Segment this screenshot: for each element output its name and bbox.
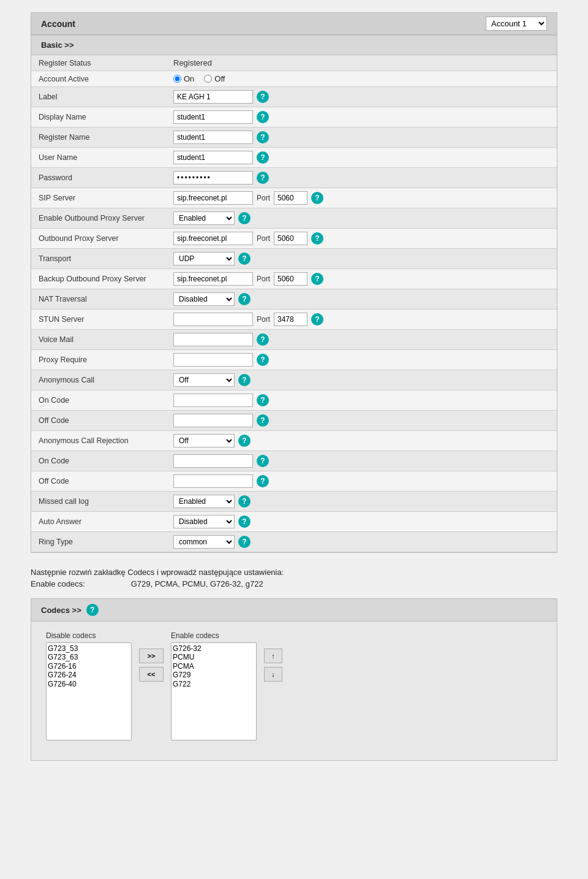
input-backup-port[interactable] [274,272,307,286]
row-auto-answer: Auto Answer Disabled Enabled ? [31,512,557,532]
value-nat-traversal: Disabled Enabled ? [173,292,549,306]
port-label-stun: Port [257,315,270,324]
input-off-code-rejection[interactable] [173,474,253,488]
input-off-code-anon[interactable] [173,414,253,427]
enable-codecs-container: Enable codecs G726-32 PCMU PCMA G729 G72… [171,631,257,740]
label-on-code-anon: On Code [31,390,166,411]
value-display-name: ? [173,110,549,124]
select-anonymous-call-rejection[interactable]: Off On [173,434,235,447]
codecs-header: Codecs >> ? [31,599,557,622]
help-icon-backup-outbound-proxy[interactable]: ? [311,273,323,285]
help-icon-user-name[interactable]: ? [257,151,269,164]
input-proxy-require[interactable] [173,353,253,367]
help-icon-stun-server[interactable]: ? [311,313,323,325]
help-icon-voice-mail[interactable]: ? [257,333,269,346]
help-icon-password[interactable]: ? [257,172,269,184]
disable-codecs-list[interactable]: G723_53 G723_63 G726-16 G726-24 G726-40 [46,642,132,740]
input-outbound-proxy[interactable] [173,232,253,245]
row-password: Password ? [31,168,557,188]
label-user-name: User Name [31,148,166,168]
codec-item[interactable]: G726-16 [48,662,130,671]
input-backup-outbound-proxy[interactable] [173,272,253,286]
select-enable-outbound-proxy[interactable]: Enabled Disabled [173,211,235,225]
value-backup-outbound-proxy: Port ? [173,272,549,286]
help-icon-register-name[interactable]: ? [257,131,269,143]
account-dropdown[interactable]: Account 1 Account 2 Account 3 [486,17,547,31]
help-icon-nat-traversal[interactable]: ? [238,293,251,305]
codec-item[interactable]: PCMA [173,662,255,671]
help-icon-anonymous-call[interactable]: ? [238,374,251,386]
codec-item[interactable]: G726-24 [48,671,130,679]
help-icon-off-code-anon[interactable]: ? [257,414,269,427]
enable-codecs-label: Enable codecs [171,631,219,640]
select-missed-call-log[interactable]: Enabled Disabled [173,495,235,508]
input-stun-port[interactable] [274,313,307,326]
input-sip-port[interactable] [274,191,307,205]
row-on-code-rejection: On Code ? [31,451,557,471]
input-stun-server[interactable] [173,313,253,326]
help-icon-off-code-rejection[interactable]: ? [257,475,269,487]
label-enable-outbound-proxy: Enable Outbound Proxy Server [31,208,166,229]
select-ring-type[interactable]: common ring1 ring2 [173,535,235,549]
move-up-button[interactable]: ↑ [264,649,282,663]
input-outbound-port[interactable] [274,232,307,245]
select-anonymous-call[interactable]: Off On [173,373,235,387]
help-icon-anonymous-call-rejection[interactable]: ? [238,435,251,447]
codec-item[interactable]: G729 [173,671,255,679]
codec-item[interactable]: PCMU [173,653,255,661]
radio-off-text: Off [214,74,225,83]
help-icon-sip-server[interactable]: ? [311,192,323,204]
row-enable-outbound-proxy: Enable Outbound Proxy Server Enabled Dis… [31,208,557,229]
radio-on-label[interactable]: On [173,74,194,83]
help-icon-auto-answer[interactable]: ? [238,516,251,528]
help-icon-on-code-anon[interactable]: ? [257,394,269,406]
input-register-name[interactable] [173,131,253,144]
input-voice-mail[interactable] [173,333,253,346]
input-user-name[interactable] [173,151,253,164]
codec-item[interactable]: G723_53 [48,644,130,653]
radio-on[interactable] [173,75,181,83]
account-selector-wrapper: Account 1 Account 2 Account 3 [486,17,547,31]
codec-move-buttons: >> << [139,649,164,682]
row-ring-type: Ring Type common ring1 ring2 ? [31,532,557,552]
label-stun-server: STUN Server [31,310,166,330]
radio-off[interactable] [204,75,212,83]
label-on-code-rejection: On Code [31,451,166,471]
select-nat-traversal[interactable]: Disabled Enabled [173,292,235,306]
help-icon-enable-outbound-proxy[interactable]: ? [238,212,251,224]
label-nat-traversal: NAT Traversal [31,289,166,310]
input-display-name[interactable] [173,110,253,124]
input-on-code-anon[interactable] [173,394,253,407]
select-auto-answer[interactable]: Disabled Enabled [173,515,235,528]
help-icon-label[interactable]: ? [257,91,269,103]
help-icon-ring-type[interactable]: ? [238,536,251,548]
row-account-active: Account Active On Off [31,71,557,87]
value-on-code-anon: ? [173,394,549,407]
help-icon-proxy-require[interactable]: ? [257,354,269,366]
row-display-name: Display Name ? [31,107,557,127]
basic-section-header: Basic >> [31,35,557,55]
input-password[interactable] [173,171,253,185]
codec-item[interactable]: G726-40 [48,680,130,688]
help-icon-display-name[interactable]: ? [257,111,269,123]
input-on-code-rejection[interactable] [173,454,253,468]
label-off-code-rejection: Off Code [31,471,166,492]
move-down-button[interactable]: ↓ [264,667,282,682]
codec-item[interactable]: G726-32 [173,644,255,653]
move-to-disable-button[interactable]: << [139,667,164,682]
codec-item[interactable]: G722 [173,680,255,688]
help-icon-missed-call-log[interactable]: ? [238,495,251,508]
help-icon-codecs[interactable]: ? [86,604,99,616]
help-icon-on-code-rejection[interactable]: ? [257,455,269,467]
move-to-enable-button[interactable]: >> [139,649,164,663]
input-label[interactable] [173,90,253,104]
label-anonymous-call-rejection: Anonymous Call Rejection [31,431,166,451]
codec-item[interactable]: G723_63 [48,653,130,661]
select-transport[interactable]: UDP TCP TLS [173,252,235,265]
row-register-status: Register Status Registered [31,55,557,71]
help-icon-outbound-proxy[interactable]: ? [311,232,323,245]
enable-codecs-list[interactable]: G726-32 PCMU PCMA G729 G722 [171,642,257,740]
help-icon-transport[interactable]: ? [238,253,251,265]
radio-off-label[interactable]: Off [204,74,225,83]
input-sip-server[interactable] [173,191,253,205]
